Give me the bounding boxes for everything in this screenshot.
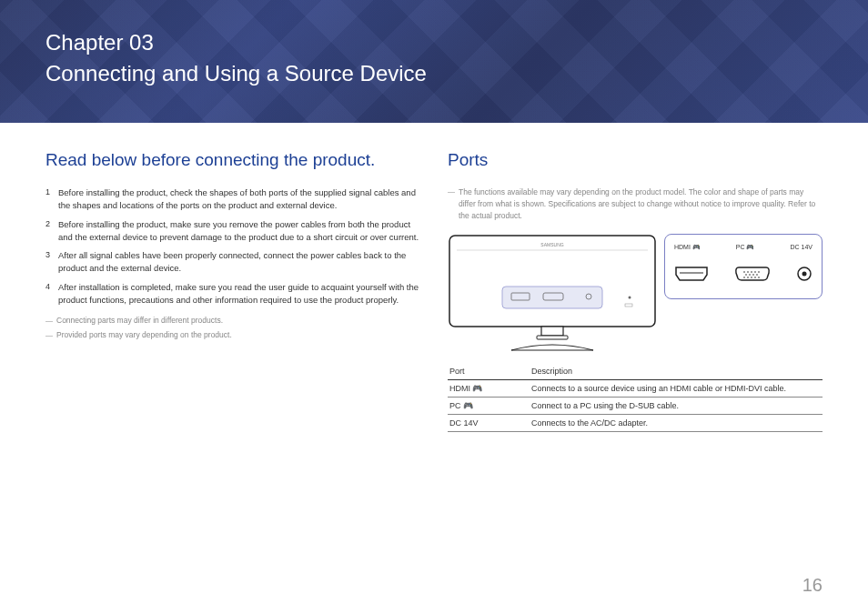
content-area: Read below before connecting the product… — [0, 123, 868, 432]
svg-rect-0 — [449, 236, 655, 327]
table-header-port: Port — [448, 363, 530, 380]
port-label-pc: PC 🎮 — [736, 244, 755, 251]
dc-jack-icon — [796, 266, 812, 282]
svg-point-22 — [747, 277, 749, 278]
table-cell-port: DC 14V — [448, 415, 530, 432]
svg-point-19 — [752, 274, 754, 276]
svg-rect-9 — [537, 336, 568, 339]
footnote: Connecting parts may differ in different… — [45, 316, 420, 327]
right-column: Ports The functions available may vary d… — [448, 150, 823, 432]
monitor-brand-text: SAMSUNG — [540, 242, 563, 247]
steps-list: Before installing the product, check the… — [45, 186, 420, 307]
step-item: After installation is completed, make su… — [45, 281, 420, 307]
port-label-hdmi: HDMI 🎮 — [674, 244, 701, 251]
chapter-title: Connecting and Using a Source Device — [45, 58, 823, 89]
table-cell-desc: Connects to a source device using an HDM… — [530, 380, 823, 398]
svg-point-18 — [749, 274, 751, 276]
svg-point-24 — [754, 277, 756, 278]
table-cell-port: HDMI 🎮 — [448, 380, 530, 398]
table-cell-desc: Connects to the AC/DC adapter. — [530, 415, 823, 432]
table-row: PC 🎮 Connect to a PC using the D-SUB cab… — [448, 398, 823, 415]
footnote: Provided ports may vary depending on the… — [45, 330, 420, 341]
svg-point-14 — [751, 271, 752, 273]
table-cell-desc: Connect to a PC using the D-SUB cable. — [530, 398, 823, 415]
svg-point-27 — [802, 272, 807, 277]
left-heading: Read below before connecting the product… — [45, 150, 420, 170]
svg-point-6 — [629, 297, 631, 299]
svg-point-15 — [754, 271, 756, 273]
svg-point-13 — [747, 271, 749, 273]
step-item: Before installing the product, make sure… — [45, 218, 420, 245]
page-number: 16 — [802, 575, 823, 596]
ports-note: The functions available may vary dependi… — [448, 186, 823, 221]
port-labels-row: HDMI 🎮 PC 🎮 DC 14V — [674, 244, 812, 251]
svg-point-25 — [758, 277, 760, 278]
table-row: HDMI 🎮 Connects to a source device using… — [448, 380, 823, 398]
hdmi-port-icon — [674, 266, 709, 282]
svg-point-23 — [751, 277, 752, 278]
chapter-heading: Chapter 03 Connecting and Using a Source… — [45, 27, 823, 88]
table-header-desc: Description — [530, 363, 823, 380]
step-item: Before installing the product, check the… — [45, 186, 420, 213]
step-item: After all signal cables have been proper… — [45, 249, 420, 276]
port-icons-row — [674, 266, 812, 282]
svg-point-20 — [756, 274, 758, 276]
svg-point-21 — [743, 277, 745, 278]
table-cell-port: PC 🎮 — [448, 398, 530, 415]
ports-table: Port Description HDMI 🎮 Connects to a so… — [448, 363, 823, 432]
svg-point-16 — [758, 271, 760, 273]
svg-point-17 — [745, 274, 747, 276]
diagram-row: SAMSUNG — [448, 234, 823, 352]
chapter-banner: Chapter 03 Connecting and Using a Source… — [0, 0, 868, 123]
svg-point-12 — [743, 271, 745, 273]
svg-rect-8 — [541, 327, 563, 336]
table-row: DC 14V Connects to the AC/DC adapter. — [448, 415, 823, 432]
port-label-dc: DC 14V — [790, 244, 812, 251]
right-heading: Ports — [448, 150, 823, 170]
monitor-rear-illustration: SAMSUNG — [448, 234, 657, 352]
chapter-number: Chapter 03 — [45, 30, 154, 55]
port-closeup-box: HDMI 🎮 PC 🎮 DC 14V — [664, 234, 823, 299]
footnotes: Connecting parts may differ in different… — [45, 316, 420, 341]
vga-port-icon — [733, 266, 772, 282]
left-column: Read below before connecting the product… — [45, 150, 420, 432]
svg-rect-2 — [502, 287, 602, 308]
